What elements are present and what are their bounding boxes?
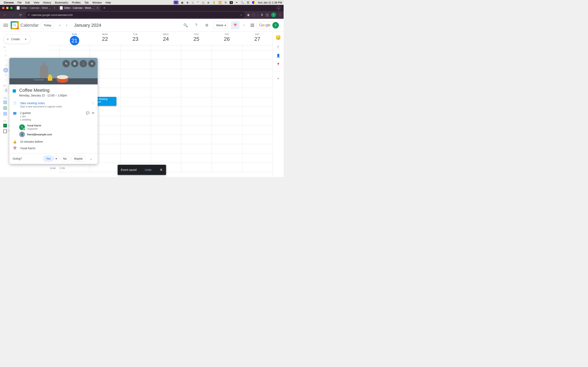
extension-icon-1[interactable]: ◉ — [247, 13, 250, 17]
day-header-wed[interactable]: WED24 — [151, 32, 181, 45]
address-bar[interactable]: ⚙ calendar.google.com/calendar/u/0/r ☆ — [25, 12, 245, 18]
control-center-icon[interactable]: ☰ — [247, 1, 249, 4]
tab-close[interactable]: ✕ — [53, 7, 56, 9]
settings-icon[interactable]: ⚙ — [203, 21, 211, 29]
day-header-sat[interactable]: SAT27 — [242, 32, 273, 45]
chat-icon[interactable]: 💬 — [86, 111, 89, 115]
close-popup-button[interactable]: ✕ — [88, 60, 95, 67]
rsvp-no[interactable]: No — [60, 156, 70, 162]
tab-close[interactable]: ✕ — [96, 7, 99, 9]
prev-period-button[interactable]: ‹ — [57, 22, 63, 29]
text-input-icon[interactable]: A — [230, 1, 233, 4]
tab-dropdown[interactable]: ⌄ — [276, 6, 281, 10]
tab-1[interactable]: 21 Glitter - Calendar - Week of J… ✕ — [58, 5, 101, 11]
bookmark-star-icon[interactable]: ☆ — [240, 13, 242, 17]
window-minimize[interactable] — [6, 7, 9, 9]
calendar-view-toggle[interactable]: 📅 — [231, 22, 239, 29]
status-icon-5[interactable]: ▢ — [202, 1, 204, 4]
status-icon-1[interactable]: ◐ — [181, 1, 183, 4]
sidepanel-icon[interactable]: ◫ — [266, 13, 269, 17]
status-icon-6[interactable]: ⊘ — [207, 1, 209, 4]
guest-friend[interactable]: 👤 friend@example.com — [19, 132, 94, 137]
event-datetime: Monday, January 22 ⋅ 12:00 – 1:00pm — [19, 94, 67, 97]
create-button[interactable]: + Create ▾ — [3, 34, 31, 44]
google-text: Google — [259, 23, 270, 27]
google-apps-icon[interactable] — [251, 24, 254, 27]
month-label[interactable]: January 2024 — [74, 23, 101, 28]
status-icon-4[interactable]: ⌃ — [197, 1, 199, 4]
maps-icon[interactable]: 📍 — [276, 62, 280, 67]
status-icon-2[interactable]: ⊕ — [186, 1, 189, 4]
back-button[interactable]: ← — [2, 13, 8, 17]
chrome-tab-strip: 21 Glitter - Calendar - Week of J… ✕ 21 … — [0, 5, 284, 11]
siri-icon[interactable] — [252, 1, 255, 4]
view-selector[interactable]: Week ▾ — [213, 22, 228, 29]
main-menu-button[interactable] — [3, 24, 8, 27]
calendar-logo[interactable]: 21 Calendar — [11, 21, 39, 29]
calendar-name: Yuval Karmi — [20, 147, 94, 150]
battery-icon[interactable]: 🔋 — [212, 1, 216, 4]
forward-button[interactable]: → — [10, 13, 16, 17]
rsvp-yes-dropdown[interactable]: ▾ — [54, 156, 59, 162]
day-header-tue[interactable]: TUE23 — [120, 32, 151, 45]
google-account-chip[interactable]: Google Y — [256, 21, 280, 29]
reminder-text: 10 minutes before — [20, 140, 94, 143]
menu-history[interactable]: History — [43, 1, 51, 4]
menu-profiles[interactable]: Profiles — [72, 1, 81, 4]
rsvp-expand[interactable]: ⌄ — [88, 155, 94, 162]
downloads-icon[interactable]: ⬇ — [261, 13, 263, 17]
toast-undo[interactable]: Undo — [145, 168, 151, 171]
day-header-mon[interactable]: MON22 — [90, 32, 120, 45]
menu-edit[interactable]: Edit — [25, 1, 30, 4]
delete-event-button[interactable]: 🗑 — [71, 60, 78, 67]
tab-0[interactable]: 21 Glitter - Calendar - Week of J… ✕ — [15, 5, 58, 11]
toast-close[interactable]: ✕ — [160, 167, 163, 172]
site-info-icon[interactable]: ⚙ — [28, 14, 30, 16]
tasks-icon[interactable]: ✓ — [276, 44, 280, 49]
wifi-icon[interactable]: 📶 — [218, 1, 222, 4]
rsvp-maybe[interactable]: Maybe — [71, 156, 86, 162]
email-icon[interactable]: ✉ — [92, 111, 94, 115]
take-notes-link[interactable]: Take meeting notes — [20, 101, 88, 105]
day-header-fri[interactable]: FRI26 — [212, 32, 242, 45]
contacts-icon[interactable]: 👤 — [276, 53, 280, 58]
guest-email: friend@example.com — [27, 133, 52, 136]
guests-awaiting: 1 awaiting — [20, 118, 83, 121]
profile-avatar[interactable]: Y — [271, 12, 276, 17]
window-maximize[interactable] — [10, 7, 13, 9]
menu-help[interactable]: Help — [105, 1, 111, 4]
search-icon[interactable]: 🔍 — [182, 21, 190, 29]
chrome-menu-icon[interactable]: ⋮ — [278, 13, 282, 17]
menu-view[interactable]: View — [34, 1, 39, 4]
window-close[interactable] — [2, 7, 4, 9]
next-period-button[interactable]: › — [63, 22, 70, 29]
spotlight-icon[interactable]: 🔍 — [241, 1, 244, 4]
notes-options-icon[interactable]: ⋮ — [91, 101, 94, 105]
extensions-icon[interactable]: ⬚ — [252, 13, 255, 17]
clock[interactable]: Sun Jan 21 1:38 PM — [258, 1, 282, 4]
menu-file[interactable]: File — [17, 1, 22, 4]
day-header-thu[interactable]: THU25 — [181, 32, 212, 45]
time-machine-icon[interactable]: ↻ — [225, 1, 227, 4]
today-button[interactable]: Today — [41, 22, 54, 29]
addons-plus-icon[interactable]: + — [276, 76, 280, 81]
event-options-button[interactable]: ⋮ — [80, 60, 87, 67]
bluetooth-icon[interactable]: ⚭ — [236, 1, 238, 4]
help-icon[interactable]: ? — [192, 21, 200, 29]
menu-tab[interactable]: Tab — [84, 1, 89, 4]
account-avatar[interactable]: Y — [272, 22, 279, 29]
edit-event-button[interactable]: ✎ — [62, 60, 70, 67]
calendar-logo-text: Calendar — [20, 23, 39, 28]
menu-app[interactable]: Chrome — [4, 1, 14, 4]
new-tab-button[interactable]: + — [103, 6, 105, 10]
reload-button[interactable]: ⟳ — [17, 13, 23, 17]
status-icon-3[interactable]: ♨ — [191, 1, 194, 4]
menu-bookmarks[interactable]: Bookmarks — [55, 1, 68, 4]
rsvp-yes[interactable]: Yes — [43, 156, 54, 162]
guest-organizer[interactable]: Y✓ Yuval Karmi Organizer — [19, 124, 94, 130]
tasks-view-toggle[interactable]: ✓ — [240, 22, 248, 29]
day-header-sun[interactable]: SUN21 — [59, 32, 90, 45]
menu-window[interactable]: Window — [92, 1, 102, 4]
keep-icon[interactable]: 💡 — [276, 35, 280, 40]
screen-record-icon[interactable]: ⧉ — [173, 1, 178, 4]
